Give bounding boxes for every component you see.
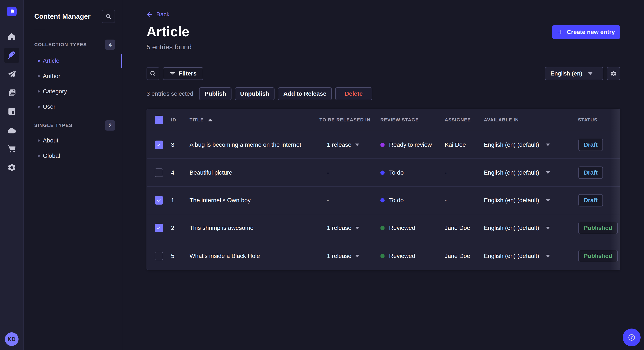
stage-dot-icon [380, 198, 384, 202]
cell-assignee: Jane Doe [445, 224, 484, 231]
delete-button[interactable]: Delete [335, 87, 372, 100]
bullet-icon [38, 155, 40, 157]
stage-dot-icon [380, 171, 384, 175]
column-header-stage[interactable]: REVIEW STAGE [380, 117, 445, 123]
row-checkbox[interactable] [154, 141, 163, 149]
strapi-logo-icon [8, 8, 15, 15]
table-row[interactable]: 3 A bug is becoming a meme on the intern… [147, 131, 620, 159]
releases-icon-button[interactable] [4, 66, 20, 82]
content-manager-icon-button[interactable] [4, 48, 20, 63]
cell-assignee: Kai Doe [445, 141, 484, 148]
table-row[interactable]: 4 Beautiful picture - To do - English (e… [147, 159, 620, 186]
status-badge: Published [578, 250, 618, 262]
strapi-logo[interactable] [7, 6, 16, 16]
table-row[interactable]: 1 The internet's Own boy - To do - Engli… [147, 187, 620, 214]
search-button[interactable] [146, 67, 159, 80]
cell-status: Published [578, 222, 620, 234]
table-header-row: ID TITLE TO BE RELEASED IN REVIEW STAGE … [147, 109, 620, 131]
locale-select[interactable]: English (en) [545, 67, 603, 80]
cell-assignee: - [445, 169, 484, 176]
bullet-icon [38, 75, 40, 77]
chevron-down-icon [588, 72, 592, 75]
marketplace-icon-button[interactable] [4, 141, 20, 157]
sidebar-item-about[interactable]: About [24, 134, 122, 147]
filters-button[interactable]: Filters [163, 67, 203, 80]
locale-value: English (en) [550, 70, 582, 77]
question-icon: ? [628, 334, 635, 341]
view-settings-button[interactable] [607, 67, 620, 80]
column-header-release[interactable]: TO BE RELEASED IN [320, 117, 380, 123]
cell-status: Published [578, 250, 620, 262]
cell-release[interactable]: - [320, 169, 380, 176]
cell-review-stage: Ready to review [380, 141, 445, 148]
table-row[interactable]: 2 This shrimp is awesome 1 release Revie… [147, 214, 620, 242]
select-all-checkbox[interactable] [154, 116, 163, 124]
logo-area [0, 0, 24, 23]
layout-icon [7, 107, 16, 116]
table-row[interactable]: 5 What's inside a Black Hole 1 release R… [147, 242, 620, 270]
layout-icon-button[interactable] [4, 104, 20, 119]
cell-assignee: Jane Doe [445, 253, 484, 259]
row-checkbox[interactable] [154, 252, 163, 260]
status-badge: Draft [578, 194, 603, 206]
cell-release[interactable]: - [320, 197, 380, 204]
row-checkbox[interactable] [154, 169, 163, 177]
bullet-icon [38, 90, 40, 93]
gear-icon [7, 163, 16, 172]
cell-available-in[interactable]: English (en) (default) [484, 141, 578, 148]
sidebar-item-category[interactable]: Category [24, 84, 122, 98]
chevron-down-icon [546, 144, 550, 146]
cell-available-in[interactable]: English (en) (default) [484, 169, 578, 176]
subnav-search-button[interactable] [102, 10, 115, 23]
bullet-icon [38, 60, 40, 62]
add-to-release-button[interactable]: Add to Release [278, 87, 332, 100]
sidebar-item-label: Article [43, 57, 60, 64]
stage-dot-icon [380, 143, 384, 147]
sidebar-item-author[interactable]: Author [24, 69, 122, 83]
rail-bottom: KD [0, 326, 24, 350]
back-link[interactable]: Back [146, 11, 620, 18]
cell-review-stage: To do [380, 197, 445, 204]
single-types-count-badge: 2 [105, 120, 115, 131]
settings-icon-button[interactable] [4, 160, 20, 175]
publish-button[interactable]: Publish [199, 87, 231, 100]
create-new-entry-button[interactable]: Create new entry [552, 25, 620, 39]
home-icon-button[interactable] [4, 29, 20, 44]
column-header-assignee[interactable]: ASSIGNEE [445, 117, 484, 123]
column-header-available[interactable]: AVAILABLE IN [484, 117, 578, 123]
deploy-icon-button[interactable] [4, 123, 20, 138]
help-button[interactable]: ? [623, 329, 640, 347]
cell-id: 4 [171, 169, 190, 176]
status-badge: Draft [578, 139, 603, 151]
row-checkbox[interactable] [154, 224, 163, 232]
main-content: Back Article Create new entry 5 entries … [122, 0, 644, 350]
cell-available-in[interactable]: English (en) (default) [484, 224, 578, 231]
cell-review-stage: Reviewed [380, 224, 445, 231]
sidebar-item-global[interactable]: Global [24, 149, 122, 163]
column-header-status[interactable]: STATUS [578, 117, 620, 123]
cell-available-in[interactable]: English (en) (default) [484, 197, 578, 204]
cell-release[interactable]: 1 release [320, 253, 380, 259]
cell-release[interactable]: 1 release [320, 224, 380, 231]
selected-count-text: 3 entries selected [146, 90, 193, 97]
sidebar-item-label: Author [43, 73, 60, 80]
filter-icon [170, 71, 176, 77]
cell-available-in[interactable]: English (en) (default) [484, 253, 578, 259]
cell-release[interactable]: 1 release [320, 141, 380, 148]
cell-id: 5 [171, 253, 190, 259]
sidebar-item-user[interactable]: User [24, 100, 122, 114]
sidebar-item-article[interactable]: Article [24, 54, 122, 68]
unpublish-button[interactable]: Unpublish [235, 87, 275, 100]
chevron-down-icon [355, 227, 359, 229]
search-icon [105, 13, 112, 19]
status-badge: Draft [578, 167, 603, 179]
column-header-title[interactable]: TITLE [190, 117, 320, 123]
sort-asc-icon [208, 119, 212, 121]
cell-id: 3 [171, 141, 190, 148]
media-library-icon-button[interactable] [4, 85, 20, 100]
column-header-id[interactable]: ID [171, 117, 190, 123]
avatar[interactable]: KD [5, 332, 18, 346]
chevron-down-icon [355, 255, 359, 257]
row-checkbox[interactable] [154, 196, 163, 204]
entries-table: ID TITLE TO BE RELEASED IN REVIEW STAGE … [146, 109, 620, 270]
